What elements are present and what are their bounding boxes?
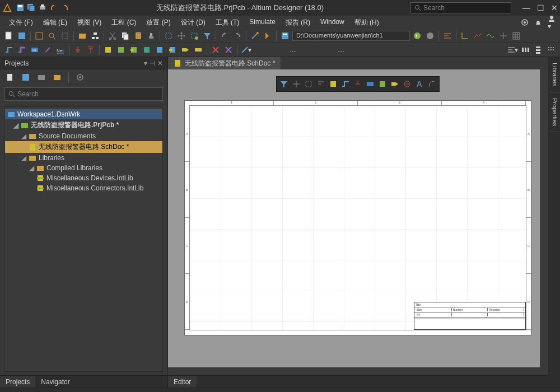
gnd-icon[interactable] (352, 78, 363, 90)
port-icon[interactable] (389, 78, 400, 90)
align-left-icon[interactable]: ▾ (507, 44, 518, 55)
zoom-fit-icon[interactable] (34, 30, 45, 41)
align-icon[interactable] (315, 78, 326, 90)
user-icon[interactable]: ▾ (548, 15, 556, 30)
menu-file[interactable]: 文件 (F) (4, 17, 38, 29)
save-icon[interactable] (16, 30, 27, 41)
wire-icon[interactable] (3, 44, 15, 55)
tree-libraries[interactable]: ◢ Libraries (5, 153, 162, 163)
close-panel-icon[interactable]: ✕ (157, 59, 163, 67)
minimize-button[interactable]: — (522, 3, 530, 12)
text-icon[interactable]: A (414, 78, 425, 90)
expander-icon[interactable]: ◢ (21, 132, 26, 140)
part-icon[interactable] (102, 44, 114, 55)
zoom-area-icon[interactable] (46, 30, 58, 41)
paste-icon[interactable] (133, 30, 144, 41)
harness-connector-icon[interactable] (154, 44, 165, 55)
crosshair-icon[interactable] (498, 30, 509, 41)
harness-entry-icon[interactable] (167, 44, 178, 55)
path-field[interactable]: D:\Documents\yuanwenjian\ch1 (292, 31, 410, 41)
copy-icon[interactable] (120, 30, 131, 41)
schematic-sheet[interactable]: 1234 ABCD ABCD Title Size Number Revisio… (184, 100, 531, 335)
tree-compiled-libs[interactable]: ◢ Compiled Libraries (5, 163, 162, 173)
arc-icon[interactable] (426, 78, 437, 90)
redo-icon[interactable] (232, 30, 243, 41)
menu-place[interactable]: 放置 (P) (142, 17, 175, 29)
off-sheet-icon[interactable] (193, 44, 204, 55)
side-tab-properties[interactable]: Properties (548, 92, 560, 132)
bus-entry-icon[interactable] (42, 44, 53, 55)
part-icon[interactable] (328, 78, 339, 90)
grid-icon[interactable] (511, 30, 522, 41)
undo-icon[interactable] (219, 30, 230, 41)
select-rect-icon[interactable] (163, 30, 174, 41)
distribute-v-icon[interactable] (533, 44, 544, 55)
more2-icon[interactable]: … (335, 44, 347, 55)
signal-harness-icon[interactable]: HI (29, 44, 40, 55)
tree-source-docs[interactable]: ◢ Source Documents (5, 131, 162, 141)
menu-project[interactable]: 工程 (C) (107, 17, 141, 29)
device-sheet-icon[interactable] (141, 44, 152, 55)
cross-probe-icon[interactable] (249, 30, 260, 41)
dropdown-icon[interactable]: ▾ (144, 59, 147, 67)
tab-projects[interactable]: Projects (0, 376, 35, 388)
compile-icon[interactable] (262, 30, 273, 41)
new-project-icon[interactable] (4, 72, 16, 83)
port-icon[interactable] (180, 44, 191, 55)
sheet-symbol-icon[interactable] (115, 44, 127, 55)
tab-navigator[interactable]: Navigator (35, 376, 75, 388)
sheet-icon[interactable] (377, 78, 388, 90)
pin-icon[interactable]: ⊣ (150, 59, 155, 67)
net-label-icon[interactable]: Net (55, 44, 66, 55)
maximize-button[interactable]: ☐ (537, 3, 544, 12)
options-icon[interactable] (74, 72, 86, 83)
axis-icon[interactable] (459, 30, 470, 41)
side-tab-libraries[interactable]: Libraries (548, 57, 560, 92)
projects-search[interactable]: Search (4, 87, 163, 101)
menu-window[interactable]: Window (316, 17, 349, 29)
menu-help[interactable]: 帮助 (H) (350, 17, 384, 29)
menu-edit[interactable]: 编辑 (E) (39, 17, 72, 29)
refresh-icon[interactable] (412, 30, 423, 41)
menu-design[interactable]: 设计 (D) (176, 17, 210, 29)
more-icon[interactable]: … (287, 44, 298, 55)
align-grid-icon[interactable] (545, 44, 557, 55)
wire-icon[interactable] (340, 78, 351, 90)
save-project-icon[interactable] (20, 72, 31, 83)
generic-no-erc-icon[interactable] (223, 44, 234, 55)
tree-schdoc[interactable]: 无线防盗报警器电路.SchDoc * (5, 141, 162, 153)
scrollbar-vertical[interactable] (540, 69, 548, 375)
new-icon[interactable] (3, 30, 15, 41)
menu-view[interactable]: 视图 (V) (73, 17, 106, 29)
distribute-h-icon[interactable] (520, 44, 531, 55)
scrollbar-horizontal[interactable] (168, 367, 540, 375)
filter-icon[interactable] (278, 78, 290, 90)
tree-lib2[interactable]: Miscellaneous Connectors.IntLib (5, 183, 162, 193)
vcc-icon[interactable]: Vcc (85, 44, 96, 55)
align-icon[interactable] (442, 30, 453, 41)
save-all-icon[interactable] (27, 3, 36, 12)
bell-icon[interactable] (534, 18, 542, 26)
tab-editor[interactable]: Editor (168, 376, 197, 388)
chart-icon[interactable] (472, 30, 483, 41)
probe-icon[interactable] (402, 78, 413, 90)
menu-reports[interactable]: 报告 (R) (281, 17, 315, 29)
cut-icon[interactable] (107, 30, 118, 41)
no-erc-icon[interactable] (210, 44, 221, 55)
clear-filter-icon[interactable] (202, 30, 213, 41)
selection-icon[interactable] (303, 78, 314, 90)
save-icon[interactable] (16, 3, 25, 12)
move-icon[interactable] (291, 78, 302, 90)
open-doc-icon[interactable] (77, 30, 88, 41)
canvas[interactable]: A 1234 ABCD ABCD Title Size Number Revis… (168, 69, 548, 375)
tree-lib1[interactable]: Miscellaneous Devices.IntLib (5, 173, 162, 183)
bus-icon[interactable] (16, 44, 27, 55)
tree-project[interactable]: ◢ 无线防盗报警器电路.PrjPcb * (5, 119, 162, 131)
menu-tools[interactable]: 工具 (T) (211, 17, 244, 29)
move-icon[interactable] (176, 30, 187, 41)
harness-icon[interactable] (365, 78, 376, 90)
expander-icon[interactable]: ◢ (21, 154, 26, 162)
expander-icon[interactable]: ◢ (13, 122, 18, 129)
deselect-icon[interactable] (189, 30, 200, 41)
wave-icon[interactable] (485, 30, 496, 41)
